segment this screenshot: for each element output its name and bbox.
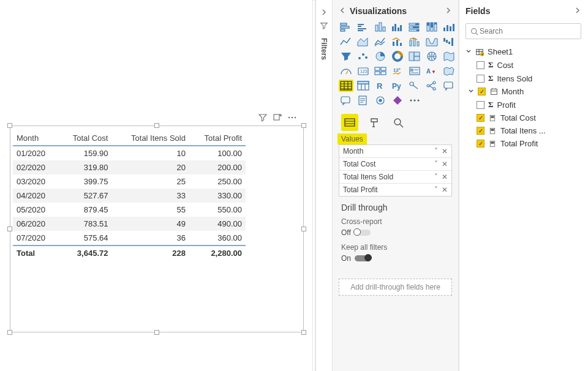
100-stacked-column-icon[interactable] bbox=[424, 21, 439, 33]
table-row: 06/2020783.5149490.00 bbox=[13, 217, 246, 231]
filled-map-icon[interactable] bbox=[442, 50, 456, 62]
analytics-tab[interactable] bbox=[390, 114, 407, 131]
svg-rect-22 bbox=[413, 26, 419, 28]
well-item[interactable]: Total Profit ˅✕ bbox=[339, 184, 451, 196]
expand-vis-icon[interactable] bbox=[445, 6, 452, 16]
decomposition-icon[interactable] bbox=[424, 80, 439, 92]
col-header[interactable]: Total Profit bbox=[189, 131, 246, 146]
well-item[interactable]: Total Itens Sold ˅✕ bbox=[339, 171, 451, 184]
powerapps-icon[interactable] bbox=[390, 94, 405, 107]
remove-icon[interactable]: ✕ bbox=[442, 186, 448, 194]
scatter-icon[interactable] bbox=[356, 50, 371, 62]
paginated-icon[interactable] bbox=[356, 94, 371, 107]
filters-pane-collapsed[interactable]: Filters bbox=[315, 0, 333, 371]
keep-filters-label: Keep all filters bbox=[341, 243, 450, 252]
combo-line-stacked-icon[interactable] bbox=[407, 36, 422, 48]
waterfall-icon[interactable] bbox=[442, 36, 456, 48]
donut-icon[interactable] bbox=[390, 50, 405, 62]
fields-search[interactable] bbox=[466, 23, 581, 39]
well-item[interactable]: Total Cost ˅✕ bbox=[339, 158, 451, 171]
col-header[interactable]: Total Cost bbox=[58, 131, 112, 146]
field-total-itens[interactable]: ✓ Total Itens ... bbox=[474, 124, 584, 137]
narrative-icon[interactable] bbox=[339, 94, 353, 107]
azure-map-icon[interactable]: A▼ bbox=[424, 65, 439, 77]
shape-map-icon[interactable] bbox=[442, 65, 456, 77]
pie-icon[interactable] bbox=[373, 50, 388, 62]
key-influencers-icon[interactable] bbox=[407, 80, 422, 92]
line-chart-icon[interactable] bbox=[442, 21, 456, 33]
svg-point-3 bbox=[295, 117, 296, 119]
checkbox[interactable] bbox=[477, 61, 484, 69]
well-item-label: Total Itens Sold bbox=[343, 173, 393, 181]
remove-icon[interactable]: ✕ bbox=[442, 147, 448, 156]
area-icon[interactable] bbox=[356, 36, 371, 48]
format-tab[interactable] bbox=[366, 114, 383, 131]
matrix-icon[interactable] bbox=[356, 80, 371, 92]
100-stacked-bar-icon[interactable] bbox=[407, 21, 422, 33]
combo-line-column-icon[interactable] bbox=[390, 36, 405, 48]
chevron-down-icon[interactable]: ˅ bbox=[434, 160, 438, 168]
field-total-profit[interactable]: ✓ Total Profit bbox=[474, 137, 584, 150]
drill-through-dropzone[interactable]: Add drill-through fields here bbox=[339, 279, 452, 296]
stacked-column-icon[interactable] bbox=[373, 21, 388, 33]
chevron-down-icon[interactable]: ˅ bbox=[434, 173, 438, 181]
values-well[interactable]: Month ˅✕ Total Cost ˅✕ Total Itens Sold … bbox=[339, 144, 452, 197]
gauge-icon[interactable] bbox=[339, 65, 353, 77]
ribbon-icon[interactable] bbox=[424, 36, 439, 48]
field-month[interactable]: ✓ Month bbox=[474, 85, 584, 98]
card-icon[interactable]: 123 bbox=[356, 65, 371, 77]
checkbox[interactable] bbox=[477, 101, 484, 109]
well-item[interactable]: Month ˅✕ bbox=[339, 145, 451, 158]
funnel-icon[interactable] bbox=[339, 50, 353, 62]
kpi-icon[interactable]: 12³ bbox=[390, 65, 405, 77]
svg-rect-50 bbox=[414, 52, 420, 56]
cross-report-toggle[interactable]: Off bbox=[341, 228, 450, 237]
field-total-cost[interactable]: ✓ Total Cost bbox=[474, 111, 584, 124]
fields-tab[interactable] bbox=[341, 114, 358, 131]
svg-rect-9 bbox=[358, 28, 366, 29]
field-cost[interactable]: Σ Cost bbox=[474, 58, 584, 72]
checkbox[interactable] bbox=[477, 75, 484, 83]
slicer-icon[interactable] bbox=[407, 65, 422, 77]
remove-icon[interactable]: ✕ bbox=[442, 160, 448, 168]
filter-icon[interactable] bbox=[258, 113, 268, 122]
checkbox-checked[interactable]: ✓ bbox=[478, 88, 486, 96]
r-visual-icon[interactable]: R bbox=[373, 80, 388, 92]
chevron-down-icon[interactable]: ˅ bbox=[434, 147, 438, 156]
table-node-sheet1[interactable]: Sheet1 bbox=[463, 45, 584, 58]
clustered-bar-icon[interactable] bbox=[356, 21, 371, 33]
chevron-down-icon[interactable]: ˅ bbox=[434, 186, 438, 194]
clustered-column-icon[interactable] bbox=[390, 21, 405, 33]
checkbox-checked[interactable]: ✓ bbox=[477, 140, 484, 148]
table-visual-icon[interactable] bbox=[339, 80, 353, 92]
report-canvas[interactable]: Month Total Cost Total Itens Sold Total … bbox=[0, 0, 312, 371]
search-input[interactable] bbox=[478, 26, 577, 36]
field-itens-sold[interactable]: Σ Itens Sold bbox=[474, 72, 584, 85]
checkbox-checked[interactable]: ✓ bbox=[477, 114, 484, 122]
multi-card-icon[interactable] bbox=[373, 65, 388, 77]
col-header[interactable]: Total Itens Sold bbox=[111, 131, 189, 146]
svg-rect-40 bbox=[443, 38, 445, 42]
col-header[interactable]: Month bbox=[13, 131, 58, 146]
stacked-area-icon[interactable] bbox=[373, 36, 388, 48]
more-options-icon[interactable] bbox=[287, 113, 297, 122]
remove-icon[interactable]: ✕ bbox=[442, 173, 448, 181]
stacked-bar-icon[interactable] bbox=[339, 21, 353, 33]
field-profit[interactable]: Σ Profit bbox=[474, 98, 584, 111]
collapse-vis-icon[interactable] bbox=[339, 6, 346, 16]
treemap-icon[interactable] bbox=[407, 50, 422, 62]
expand-fields-icon[interactable] bbox=[574, 6, 581, 16]
line-icon[interactable] bbox=[339, 36, 353, 48]
py-visual-icon[interactable]: Py bbox=[390, 80, 405, 92]
chevron-down-icon[interactable] bbox=[468, 87, 474, 96]
checkbox-checked[interactable]: ✓ bbox=[477, 127, 484, 135]
keep-filters-toggle[interactable]: On bbox=[341, 254, 450, 263]
svg-rect-55 bbox=[375, 67, 380, 70]
qa-icon[interactable] bbox=[442, 80, 456, 92]
map-icon[interactable] bbox=[424, 50, 439, 62]
more-visuals-icon[interactable] bbox=[407, 94, 422, 107]
focus-mode-icon[interactable] bbox=[273, 113, 282, 122]
arcgis-icon[interactable] bbox=[373, 94, 388, 107]
table-visual[interactable]: Month Total Cost Total Itens Sold Total … bbox=[10, 126, 304, 332]
expand-filters-icon[interactable] bbox=[320, 9, 328, 18]
